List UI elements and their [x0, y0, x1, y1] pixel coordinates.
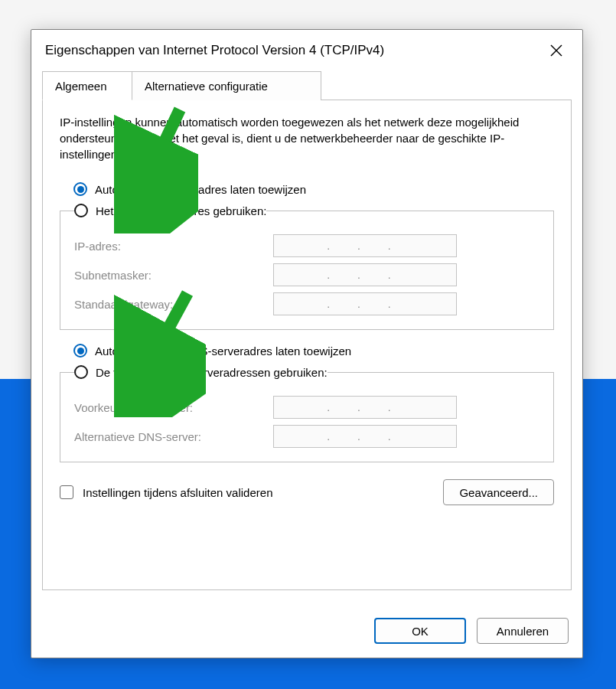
- radio-icon: [74, 204, 88, 217]
- field-label: Subnetmasker:: [74, 269, 273, 282]
- radio-label: Automatisch een IP-adres laten toewijzen: [95, 183, 306, 196]
- field-label: Voorkeurs-DNS-server:: [74, 401, 273, 414]
- bottom-row: Instellingen tijdens afsluiten valideren…: [60, 479, 554, 505]
- radio-dns-auto[interactable]: Automatisch een DNS-serveradres laten to…: [73, 344, 554, 358]
- radio-label: Het volgende IP-adres gebruiken:: [96, 204, 266, 217]
- gateway-input[interactable]: . . .: [273, 292, 457, 315]
- properties-window: Eigenschappen van Internet Protocol Vers…: [31, 29, 583, 658]
- desktop: Eigenschappen van Internet Protocol Vers…: [0, 0, 616, 689]
- dialog-buttons: OK Annuleren: [374, 618, 569, 644]
- advanced-button[interactable]: Geavanceerd...: [443, 479, 554, 505]
- field-ip-address: IP-adres: . . .: [74, 234, 539, 257]
- close-button[interactable]: [543, 37, 570, 64]
- field-label: Standaardgateway:: [74, 298, 273, 311]
- field-alternate-dns: Alternatieve DNS-server: . . .: [74, 425, 539, 448]
- subnet-input[interactable]: . . .: [273, 263, 457, 286]
- ip-manual-group: Het volgende IP-adres gebruiken: IP-adre…: [60, 204, 554, 330]
- radio-ip-auto[interactable]: Automatisch een IP-adres laten toewijzen: [73, 182, 554, 196]
- radio-ip-manual[interactable]: Het volgende IP-adres gebruiken:: [74, 204, 266, 217]
- tab-strip: Algemeen Alternatieve configuratie: [42, 71, 572, 100]
- tab-panel: IP-instellingen kunnen automatisch worde…: [42, 100, 572, 590]
- validate-label: Instellingen tijdens afsluiten valideren: [83, 486, 273, 499]
- radio-icon: [73, 344, 87, 358]
- field-label: IP-adres:: [74, 240, 273, 253]
- cancel-button[interactable]: Annuleren: [477, 618, 569, 644]
- close-icon: [550, 44, 562, 57]
- alternate-dns-input[interactable]: . . .: [273, 425, 457, 448]
- radio-icon: [74, 365, 88, 379]
- preferred-dns-input[interactable]: . . .: [273, 396, 457, 419]
- titlebar: Eigenschappen van Internet Protocol Vers…: [31, 30, 582, 71]
- field-preferred-dns: Voorkeurs-DNS-server: . . .: [74, 396, 539, 419]
- field-gateway: Standaardgateway: . . .: [74, 292, 539, 315]
- dns-manual-group: De volgende DNS-serveradressen gebruiken…: [60, 365, 554, 462]
- description-text: IP-instellingen kunnen automatisch worde…: [60, 114, 554, 162]
- field-label: Alternatieve DNS-server:: [74, 430, 273, 443]
- ok-button[interactable]: OK: [374, 618, 466, 644]
- validate-checkbox[interactable]: [60, 485, 73, 499]
- tab-general[interactable]: Algemeen: [42, 71, 132, 100]
- ip-address-input[interactable]: . . .: [273, 234, 457, 257]
- radio-dns-manual[interactable]: De volgende DNS-serveradressen gebruiken…: [74, 365, 328, 379]
- radio-label: Automatisch een DNS-serveradres laten to…: [95, 344, 351, 358]
- field-subnet: Subnetmasker: . . .: [74, 263, 539, 286]
- radio-label: De volgende DNS-serveradressen gebruiken…: [96, 366, 328, 379]
- radio-icon: [73, 182, 87, 196]
- tab-alternate-config[interactable]: Alternatieve configuratie: [132, 71, 321, 100]
- window-title: Eigenschappen van Internet Protocol Vers…: [45, 43, 543, 58]
